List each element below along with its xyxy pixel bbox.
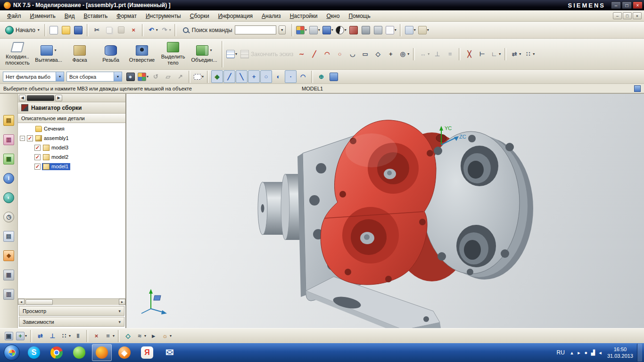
checkbox-model2[interactable]: ✓ [34,154,41,160]
tree-item-model2[interactable]: ✓model2 [18,152,125,162]
edit-suppression-icon[interactable]: ≡▾ [103,329,116,342]
dropdown-arrow-icon[interactable]: ▾ [147,74,149,79]
dropdown-arrow-icon[interactable]: ▾ [414,28,416,32]
yandex-browser-taskbar-button[interactable]: Я [137,344,157,361]
view-orient-icon[interactable]: ▾ [295,24,308,36]
polygon-icon[interactable]: ◇ [372,48,384,60]
menu-file[interactable]: Файл [3,11,25,21]
move-curve-icon[interactable]: ⇄▾ [509,48,522,60]
profile-icon[interactable]: ∼ [296,48,307,60]
constraint-navigator-icon[interactable]: ▥ [2,133,16,146]
enable-snap-point-icon[interactable]: ◆ [211,70,223,83]
render-style-icon[interactable]: ▾ [335,24,347,36]
expand-right-icon[interactable]: ▶ [55,95,62,101]
display-mode-icon[interactable]: ▾ [322,24,334,36]
thread-button[interactable]: Резьба [95,40,126,68]
start-menu-button[interactable]: Начало ▾ [2,24,42,36]
fillet-icon[interactable]: ◡ [347,48,358,60]
system-materials-icon[interactable]: ▤ [2,230,16,243]
volume-tray-icon[interactable]: ◂ [597,346,603,359]
part-navigator-icon[interactable]: ▦ [2,152,16,165]
language-indicator[interactable]: RU [557,349,565,356]
dropdown-arrow-icon[interactable]: ▾ [69,334,71,338]
sketch-icon[interactable]: ▾ [225,48,238,60]
dropdown-arrow-icon[interactable]: ▾ [202,74,204,79]
exploded-views-icon[interactable]: ☼▾ [160,329,173,342]
dropdown-arrow-icon[interactable]: ▾ [331,28,333,32]
email-taskbar-button[interactable]: ✉ [160,344,180,361]
section-view-icon[interactable]: ▾ [308,24,321,36]
snap-endpoint-icon[interactable]: ╱ [223,70,235,83]
arc-icon[interactable]: ◠ [321,48,333,60]
unite-button[interactable]: ▾Объедин... [189,40,220,68]
mdi-restore-button[interactable]: □ [623,12,632,19]
dropdown-arrow-icon[interactable]: ▾ [144,334,146,338]
pattern-component-icon[interactable]: ∷▾ [59,329,72,342]
command-search-input[interactable] [235,25,276,34]
templates-icon[interactable]: ▥ [2,288,16,301]
cut-icon[interactable]: ✂ [91,24,103,36]
combo-dropdown-icon[interactable]: ▾ [114,72,122,81]
drag-grip[interactable] [27,95,54,101]
menu-view[interactable]: Вид [60,11,79,21]
quick-trim-icon[interactable]: ╳ [463,48,475,60]
tray-expand-icon[interactable]: ▴ [569,346,575,359]
information-icon[interactable]: i [2,172,16,185]
dropdown-arrow-icon[interactable]: ▾ [54,48,56,52]
status-tray-icon[interactable]: ● [583,346,589,359]
chrome-taskbar-button[interactable] [47,344,66,361]
tree-item-sections[interactable]: Сечения [18,124,125,133]
minimize-button[interactable]: – [611,1,621,9]
selection-scope-combo[interactable]: Вся сборка ▾ [66,72,122,82]
dropdown-arrow-icon[interactable]: ▾ [345,28,347,32]
restore-button[interactable]: □ [622,1,632,9]
component-right-flange[interactable] [422,132,533,280]
shaded-cube-icon[interactable] [372,24,384,36]
preview-section[interactable]: Просмотр ▾ [19,306,124,316]
circle-icon[interactable]: ○ [334,48,346,60]
dropdown-arrow-icon[interactable]: ▾ [235,52,237,56]
mdi-close-button[interactable]: × [633,12,642,19]
rectangle-select-icon[interactable]: ▾ [193,70,205,83]
close-button[interactable]: × [633,1,643,9]
checkbox-model1[interactable]: ✓ [34,164,41,170]
undo-icon[interactable]: ↶▾ [146,24,159,36]
dropdown-arrow-icon[interactable]: ▾ [170,334,172,338]
open-icon[interactable] [60,24,72,36]
orange-app-taskbar-button[interactable]: ◆ [115,344,134,361]
combo-dropdown-icon[interactable]: ▾ [56,72,64,81]
show-desktop-button[interactable] [637,344,642,362]
snap-intersection-icon[interactable]: + [248,70,260,83]
dropdown-arrow-icon[interactable]: ▾ [318,28,320,32]
panel-resize-handle[interactable]: ◀ ▶ [18,94,125,102]
internet-icon[interactable]: ◐ [2,191,16,204]
menu-information[interactable]: Информация [214,11,257,21]
make-corner-icon[interactable]: ∟▾ [489,48,502,60]
add-component-icon[interactable]: +▾ [15,329,28,342]
tree-item-model1[interactable]: ✓model1 [18,162,125,171]
delete-icon[interactable]: × [128,24,140,36]
green-messenger-taskbar-button[interactable] [69,344,89,361]
menu-edit[interactable]: Изменить [26,11,60,21]
dropdown-arrow-icon[interactable]: ▾ [428,52,429,56]
snap-midpoint-icon[interactable]: ╲ [236,70,248,83]
dropdown-arrow-icon[interactable]: ▾ [395,28,396,32]
new-file-icon[interactable] [48,24,60,36]
layout-icon[interactable]: ▾ [417,24,430,36]
offset-curve-icon[interactable]: ◎▾ [397,48,410,60]
checkbox-model3[interactable]: ✓ [34,145,41,151]
menu-help[interactable]: Помощь [344,11,374,21]
menu-analysis[interactable]: Анализ [257,11,285,21]
clock[interactable]: 16:50 31.03.2013 [607,346,633,360]
move-cube-icon[interactable] [360,24,372,36]
snap-arc-center-icon[interactable]: ○ [260,70,272,83]
chamfer-button[interactable]: Фаска [64,40,95,68]
component-left-shaft[interactable] [258,174,305,240]
menu-insert[interactable]: Вставить [79,11,112,21]
assembly-navigator-icon[interactable]: ▤ [2,114,16,127]
dependencies-section[interactable]: Зависимости ▾ [19,317,124,327]
selection-scope-icon[interactable]: ▾ [137,70,149,83]
mirror-assembly-icon[interactable]: ‖ [72,329,84,342]
dropdown-arrow-icon[interactable]: ▾ [113,334,115,338]
tree-item-assembly1[interactable]: −✓assembly1 [18,133,125,143]
